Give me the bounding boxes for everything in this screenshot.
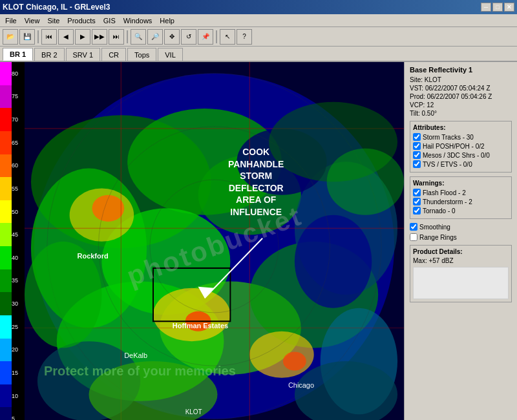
svg-text:PANHANDLE: PANHANDLE xyxy=(228,158,284,169)
vst-label: VST: xyxy=(410,85,423,92)
toolbar-sep-3 xyxy=(216,30,217,43)
range-rings-label: Range Rings xyxy=(419,234,457,241)
prod-label: Prod: xyxy=(410,93,425,100)
svg-point-12 xyxy=(249,331,313,378)
product-title: Base Reflectivity 1 xyxy=(410,66,512,74)
svg-text:DEFLECTOR: DEFLECTOR xyxy=(229,182,284,193)
tab-vil[interactable]: VIL xyxy=(158,48,183,61)
toolbar-sep-1 xyxy=(37,30,39,43)
toolbar-pin[interactable]: 📌 xyxy=(198,29,213,45)
tilt-line: Tilt: 0.50° xyxy=(410,110,512,117)
svg-text:INFLUENCE: INFLUENCE xyxy=(230,206,282,216)
main-area: 80 75 70 65 60 55 50 45 40 35 30 25 20 1… xyxy=(0,62,517,420)
smoothing-row[interactable]: Smoothing xyxy=(410,223,512,231)
vcp-value: 12 xyxy=(427,101,434,109)
prod-value: 06/22/2007 05:04:26 Z xyxy=(427,93,492,100)
svg-point-33 xyxy=(327,149,404,215)
toolbar-zoom-in[interactable]: 🔍 xyxy=(131,29,146,45)
tab-srv1[interactable]: SRV 1 xyxy=(66,48,101,61)
warnings-section: Warnings: Flash Flood - 2 Thunderstorm -… xyxy=(410,176,512,219)
menu-windows[interactable]: Windows xyxy=(120,16,156,25)
toolbar-open[interactable]: 📂 xyxy=(3,29,18,45)
toolbar-zoom-out[interactable]: 🔎 xyxy=(147,29,163,45)
menu-products[interactable]: Products xyxy=(63,16,99,25)
warn-flash-flood[interactable]: Flash Flood - 2 xyxy=(413,189,509,196)
vst-value: 06/22/2007 05:04:24 Z xyxy=(425,85,491,92)
toolbar-save[interactable]: 💾 xyxy=(19,29,35,45)
attr-mesos[interactable]: Mesos / 3DC Shrs - 0/0 xyxy=(413,151,509,159)
tab-tops[interactable]: Tops xyxy=(127,48,156,61)
svg-point-15 xyxy=(283,352,306,371)
maximize-button[interactable]: □ xyxy=(492,3,503,12)
prod-line: Prod: 06/22/2007 05:04:26 Z xyxy=(410,93,512,100)
toolbar-refresh[interactable]: ↺ xyxy=(181,29,196,45)
close-button[interactable]: ✕ xyxy=(504,3,514,12)
menu-help[interactable]: Help xyxy=(156,16,178,25)
toolbar-sep-2 xyxy=(127,30,128,43)
vst-line: VST: 06/22/2007 05:04:24 Z xyxy=(410,85,512,92)
product-details-section: Product Details: Max: +57 dBZ xyxy=(410,245,512,302)
svg-text:DeKalb: DeKalb xyxy=(124,352,147,359)
svg-text:STORM: STORM xyxy=(240,171,272,181)
toolbar-next[interactable]: ▶▶ xyxy=(92,29,107,45)
toolbar-cursor[interactable]: ↖ xyxy=(220,29,235,45)
warnings-title: Warnings: xyxy=(413,180,509,187)
tilt-label: Tilt: xyxy=(410,110,420,117)
toolbar-help[interactable]: ? xyxy=(237,29,252,45)
max-line: Max: +57 dBZ xyxy=(413,257,509,264)
svg-text:KLOT: KLOT xyxy=(185,408,202,415)
tilt-value: 0.50° xyxy=(422,110,437,117)
max-label: Max: xyxy=(413,257,427,264)
range-rings-row[interactable]: Range Rings xyxy=(410,233,512,241)
smoothing-label: Smoothing xyxy=(419,224,450,231)
minimize-button[interactable]: ─ xyxy=(481,3,491,12)
toolbar-play[interactable]: ▶ xyxy=(75,29,90,45)
title-bar-buttons: ─ □ ✕ xyxy=(481,3,514,12)
menu-file[interactable]: File xyxy=(1,16,21,25)
color-scale xyxy=(0,62,12,420)
svg-text:AREA OF: AREA OF xyxy=(236,194,276,205)
tab-cr[interactable]: CR xyxy=(101,48,126,61)
vcp-label: VCP: xyxy=(410,101,425,109)
max-value: +57 dBZ xyxy=(428,257,453,264)
svg-text:Hoffman Estates: Hoffman Estates xyxy=(173,321,228,329)
site-label: Site: xyxy=(410,76,423,83)
tab-br2[interactable]: BR 2 xyxy=(34,48,64,61)
svg-text:Chicago: Chicago xyxy=(288,381,314,389)
site-line: Site: KLOT xyxy=(410,76,512,83)
right-panel: Base Reflectivity 1 Site: KLOT VST: 06/2… xyxy=(404,62,517,420)
attr-storm-tracks[interactable]: Storm Tracks - 30 xyxy=(413,133,509,141)
toolbar-pan[interactable]: ✥ xyxy=(164,29,180,45)
tab-br1[interactable]: BR 1 xyxy=(3,48,33,61)
dbz-labels: 80 75 70 65 60 55 50 45 40 35 30 25 20 1… xyxy=(12,62,25,420)
toolbar-first[interactable]: ⏮ xyxy=(41,29,57,45)
window-title: KLOT Chicago, IL - GRLevel3 xyxy=(3,3,110,12)
warn-thunderstorm[interactable]: Thunderstorm - 2 xyxy=(413,198,509,205)
attr-hail[interactable]: Hail POSH/POH - 0/2 xyxy=(413,142,509,150)
toolbar-last[interactable]: ⏭ xyxy=(109,29,124,45)
attributes-section: Attributes: Storm Tracks - 30 Hail POSH/… xyxy=(410,121,512,173)
warn-tornado[interactable]: Tornado - 0 xyxy=(413,207,509,215)
toolbar: 📂 💾 ⏮ ◀ ▶ ▶▶ ⏭ 🔍 🔎 ✥ ↺ 📌 ↖ ? xyxy=(0,27,517,47)
title-bar: KLOT Chicago, IL - GRLevel3 ─ □ ✕ xyxy=(0,0,517,14)
radar-panel[interactable]: 80 75 70 65 60 55 50 45 40 35 30 25 20 1… xyxy=(0,62,404,420)
product-detail-box xyxy=(413,267,509,299)
svg-text:Rockford: Rockford xyxy=(78,251,109,259)
tab-bar: BR 1 BR 2 SRV 1 CR Tops VIL xyxy=(0,47,517,62)
site-value: KLOT xyxy=(425,76,441,83)
menu-site[interactable]: Site xyxy=(43,16,63,25)
svg-text:COOK: COOK xyxy=(242,147,270,157)
svg-point-13 xyxy=(92,195,124,222)
menu-bar: File View Site Products GIS Windows Help xyxy=(0,14,517,27)
menu-view[interactable]: View xyxy=(21,16,44,25)
product-details-title: Product Details: xyxy=(413,248,509,255)
menu-gis[interactable]: GIS xyxy=(100,16,120,25)
svg-point-20 xyxy=(295,215,372,308)
vcp-line: VCP: 12 xyxy=(410,101,512,109)
radar-image: Rockford Hoffman Estates DeKalb Chicago … xyxy=(25,62,404,420)
attributes-title: Attributes: xyxy=(413,124,509,131)
toolbar-prev[interactable]: ◀ xyxy=(58,29,74,45)
attr-tvs[interactable]: TVS / ETVS - 0/0 xyxy=(413,160,509,168)
